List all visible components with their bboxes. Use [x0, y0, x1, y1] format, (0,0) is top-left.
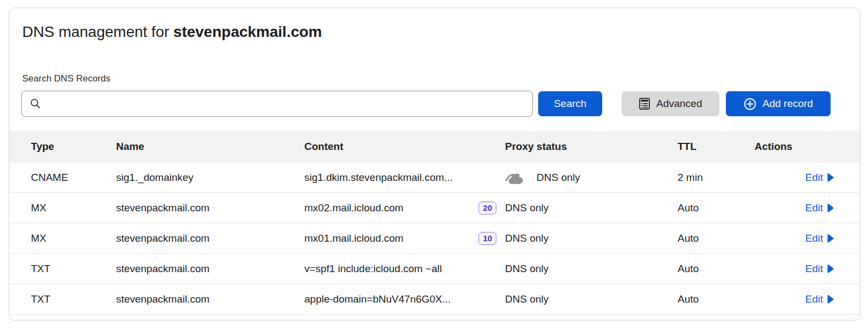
record-type-cell: MX	[31, 202, 116, 214]
column-header-ttl: TTL	[678, 141, 755, 153]
edit-link[interactable]: Edit	[805, 232, 834, 244]
table-header-row: Type Name Content Proxy status TTL Actio…	[9, 131, 860, 162]
record-type-cell: TXT	[31, 263, 116, 275]
proxy-status-cell: DNS only	[505, 170, 678, 185]
edit-arrow-icon	[827, 234, 834, 243]
edit-link[interactable]: Edit	[805, 293, 834, 305]
table-body: CNAME sig1._domainkey sig1.dkim.stevenpa…	[9, 162, 860, 315]
column-header-name: Name	[116, 141, 304, 153]
record-content-cell: apple-domain=bNuV47n6G0X...	[304, 293, 505, 305]
actions-cell: Edit	[755, 263, 860, 275]
add-record-button[interactable]: Add record	[726, 91, 831, 116]
page-title-domain: stevenpackmail.com	[174, 23, 322, 40]
table-row: CNAME sig1._domainkey sig1.dkim.stevenpa…	[9, 162, 860, 193]
ttl-cell: Auto	[678, 293, 755, 305]
column-header-content: Content	[304, 141, 505, 153]
edit-link[interactable]: Edit	[805, 202, 834, 214]
actions-cell: Edit	[755, 202, 860, 214]
column-header-actions: Actions	[755, 141, 860, 153]
record-type-cell: MX	[31, 232, 116, 244]
ttl-cell: Auto	[678, 202, 755, 214]
dns-management-card: DNS management for stevenpackmail.com Se…	[9, 8, 860, 320]
ttl-cell: 2 min	[678, 172, 755, 184]
actions-cell: Edit	[755, 232, 860, 244]
search-dns-records-label: Search DNS Records	[22, 73, 860, 84]
actions-cell: Edit	[755, 172, 860, 184]
column-header-type: Type	[31, 141, 116, 153]
dns-records-table: Type Name Content Proxy status TTL Actio…	[9, 131, 860, 315]
table-row: MX stevenpackmail.com mx02.mail.icloud.c…	[9, 193, 860, 223]
search-input[interactable]	[47, 98, 525, 110]
edit-arrow-icon	[827, 204, 834, 212]
search-input-box[interactable]	[21, 91, 533, 117]
table-row: TXT stevenpackmail.com v=spf1 include:ic…	[9, 254, 860, 284]
record-content-cell: mx02.mail.icloud.com 20	[304, 202, 505, 215]
record-content-cell: sig1.dkim.stevenpackmail.com...	[304, 172, 505, 184]
search-button[interactable]: Search	[538, 91, 602, 116]
advanced-button[interactable]: Advanced	[622, 91, 719, 116]
proxy-status-cell: DNS only	[505, 263, 678, 275]
priority-badge: 10	[478, 232, 496, 245]
record-content-cell: mx01.mail.icloud.com 10	[304, 232, 505, 245]
search-controls-row: Search Advanced Add record	[9, 91, 860, 117]
record-name-cell: sig1._domainkey	[116, 172, 304, 184]
advanced-list-icon	[639, 98, 650, 110]
proxy-status-cell: DNS only	[505, 232, 678, 244]
page-title-prefix: DNS management for	[22, 23, 174, 40]
column-header-proxy-status: Proxy status	[505, 141, 678, 153]
record-type-cell: CNAME	[31, 172, 116, 184]
edit-link[interactable]: Edit	[805, 172, 834, 184]
table-row: MX stevenpackmail.com mx01.mail.icloud.c…	[9, 223, 860, 254]
record-name-cell: stevenpackmail.com	[116, 293, 304, 305]
proxy-status-cell: DNS only	[505, 202, 678, 214]
edit-arrow-icon	[827, 265, 834, 273]
add-record-button-label: Add record	[763, 98, 813, 110]
dns-only-cloud-icon	[505, 170, 527, 185]
record-name-cell: stevenpackmail.com	[116, 232, 304, 244]
search-icon	[29, 98, 41, 110]
plus-circle-icon	[744, 98, 756, 110]
table-row: TXT stevenpackmail.com apple-domain=bNuV…	[9, 284, 860, 315]
actions-cell: Edit	[755, 293, 860, 305]
priority-badge: 20	[478, 202, 496, 215]
record-name-cell: stevenpackmail.com	[116, 263, 304, 275]
record-name-cell: stevenpackmail.com	[116, 202, 304, 214]
advanced-button-label: Advanced	[656, 98, 703, 110]
edit-arrow-icon	[827, 173, 834, 182]
page-title: DNS management for stevenpackmail.com	[22, 23, 860, 41]
edit-link[interactable]: Edit	[805, 263, 834, 275]
ttl-cell: Auto	[678, 263, 755, 275]
record-type-cell: TXT	[31, 293, 116, 305]
proxy-status-cell: DNS only	[505, 293, 678, 305]
record-content-cell: v=spf1 include:icloud.com ~all	[304, 263, 505, 275]
ttl-cell: Auto	[678, 232, 755, 244]
edit-arrow-icon	[827, 295, 834, 304]
